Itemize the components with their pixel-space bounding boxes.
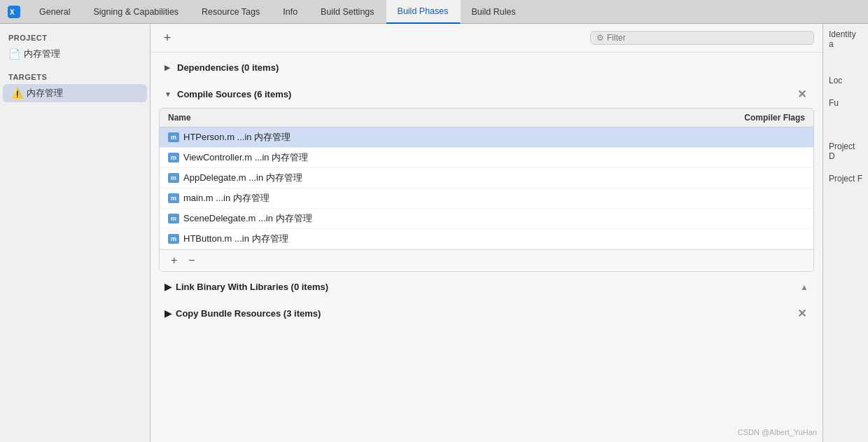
file-name: AppDelegate.m ...in 内存管理 <box>183 172 805 184</box>
m-badge: m <box>168 193 179 203</box>
compile-sources-table: Name Compiler Flags m HTPerson.m ...in 内… <box>159 108 814 272</box>
content-toolbar: + ⚙ <box>150 24 822 53</box>
tab-build-phases[interactable]: Build Phases <box>386 0 461 24</box>
file-name: HTPerson.m ...in 内存管理 <box>183 131 805 144</box>
right-panel: Identity a Loc Fu Project D Project F <box>822 24 868 442</box>
table-row[interactable]: m SceneDelegate.m ...in 内存管理 <box>160 209 813 229</box>
file-name: SceneDelegate.m ...in 内存管理 <box>183 212 805 225</box>
dependencies-triangle: ▶ <box>164 64 173 71</box>
copy-bundle-label: Copy Bundle Resources (3 items) <box>176 308 321 319</box>
table-actions: + − <box>160 249 813 271</box>
tab-build-rules[interactable]: Build Rules <box>461 0 528 24</box>
dependencies-label: Dependencies (0 items) <box>177 62 279 73</box>
sidebar-project-name: 内存管理 <box>24 48 60 60</box>
link-binary-header[interactable]: ▶ Link Binary With Libraries (0 items) ▲ <box>159 277 814 296</box>
filter-input[interactable] <box>607 33 808 43</box>
right-panel-project-d: Project D <box>829 141 862 161</box>
compile-sources-triangle: ▼ <box>164 90 173 98</box>
target-icon: ⚠️ <box>11 88 22 99</box>
m-badge: m <box>168 153 179 163</box>
table-header: Name Compiler Flags <box>160 109 813 127</box>
link-binary-triangle: ▶ <box>164 282 172 292</box>
right-panel-full: Fu <box>829 98 862 108</box>
tab-info[interactable]: Info <box>272 0 309 24</box>
compile-sources-close-button[interactable]: ✕ <box>794 87 808 101</box>
table-row[interactable]: m main.m ...in 内存管理 <box>160 188 813 209</box>
tab-general[interactable]: General <box>28 0 82 24</box>
phases-container: ▶ Dependencies (0 items) ▼ Compile Sourc… <box>150 53 822 442</box>
right-panel-identity: Identity a <box>829 29 862 49</box>
right-panel-loc: Loc <box>829 76 862 85</box>
m-badge: m <box>168 214 179 223</box>
tab-resource-tags[interactable]: Resource Tags <box>190 0 272 24</box>
table-row[interactable]: m HTPerson.m ...in 内存管理 <box>160 127 813 148</box>
right-panel-project-f: Project F <box>829 174 862 184</box>
watermark: CSDN @Albert_YuHan <box>738 428 817 436</box>
m-badge: m <box>168 132 179 142</box>
filter-icon: ⚙ <box>596 33 604 43</box>
sidebar: PROJECT 📄 内存管理 TARGETS ⚠️ 内存管理 <box>0 24 150 442</box>
add-file-button[interactable]: + <box>168 253 180 268</box>
col-name-header: Name <box>160 111 673 124</box>
tab-build-settings[interactable]: Build Settings <box>309 0 386 24</box>
sidebar-target-name: 内存管理 <box>27 87 63 99</box>
tab-signing[interactable]: Signing & Capabilities <box>82 0 190 24</box>
project-section-label: PROJECT <box>0 29 150 45</box>
m-badge: m <box>168 234 179 244</box>
targets-section-label: TARGETS <box>0 69 150 84</box>
compile-sources-section: ▼ Compile Sources (6 items) ✕ Name Compi… <box>159 83 814 272</box>
svg-text:X: X <box>10 8 15 16</box>
compile-sources-label: Compile Sources (6 items) <box>177 89 291 99</box>
sidebar-item-target[interactable]: ⚠️ 内存管理 <box>3 84 147 102</box>
sidebar-item-project[interactable]: 📄 内存管理 <box>0 45 150 63</box>
link-binary-section: ▶ Link Binary With Libraries (0 items) ▲ <box>159 277 814 296</box>
table-row[interactable]: m ViewController.m ...in 内存管理 <box>160 148 813 168</box>
copy-bundle-triangle: ▶ <box>164 308 172 319</box>
copy-bundle-section: ▶ Copy Bundle Resources (3 items) ✕ <box>159 302 814 324</box>
col-flags-header: Compiler Flags <box>673 111 813 124</box>
remove-file-button[interactable]: − <box>186 253 197 268</box>
m-badge: m <box>168 173 179 183</box>
xcode-icon: X <box>0 6 28 18</box>
link-binary-collapse-button[interactable]: ▲ <box>800 282 808 292</box>
content-area: + ⚙ ▶ Dependencies (0 items) ▼ Compile S… <box>150 24 822 442</box>
table-row[interactable]: m HTButton.m ...in 内存管理 <box>160 229 813 249</box>
copy-bundle-header[interactable]: ▶ Copy Bundle Resources (3 items) ✕ <box>159 302 814 324</box>
filter-box: ⚙ <box>590 31 814 45</box>
dependencies-header[interactable]: ▶ Dependencies (0 items) <box>159 58 814 77</box>
copy-bundle-close-button[interactable]: ✕ <box>794 306 808 320</box>
file-name: HTButton.m ...in 内存管理 <box>183 233 805 245</box>
tab-bar: X General Signing & Capabilities Resourc… <box>0 0 868 24</box>
add-phase-button[interactable]: + <box>159 29 176 46</box>
file-name: ViewController.m ...in 内存管理 <box>183 151 805 164</box>
file-name: main.m ...in 内存管理 <box>183 192 805 205</box>
project-file-icon: 📄 <box>8 48 20 60</box>
compile-sources-header[interactable]: ▼ Compile Sources (6 items) ✕ <box>159 83 814 105</box>
link-binary-label: Link Binary With Libraries (0 items) <box>176 282 328 292</box>
main-layout: PROJECT 📄 内存管理 TARGETS ⚠️ 内存管理 + ⚙ ▶ <box>0 24 868 442</box>
dependencies-section: ▶ Dependencies (0 items) <box>159 58 814 77</box>
table-row[interactable]: m AppDelegate.m ...in 内存管理 <box>160 168 813 188</box>
